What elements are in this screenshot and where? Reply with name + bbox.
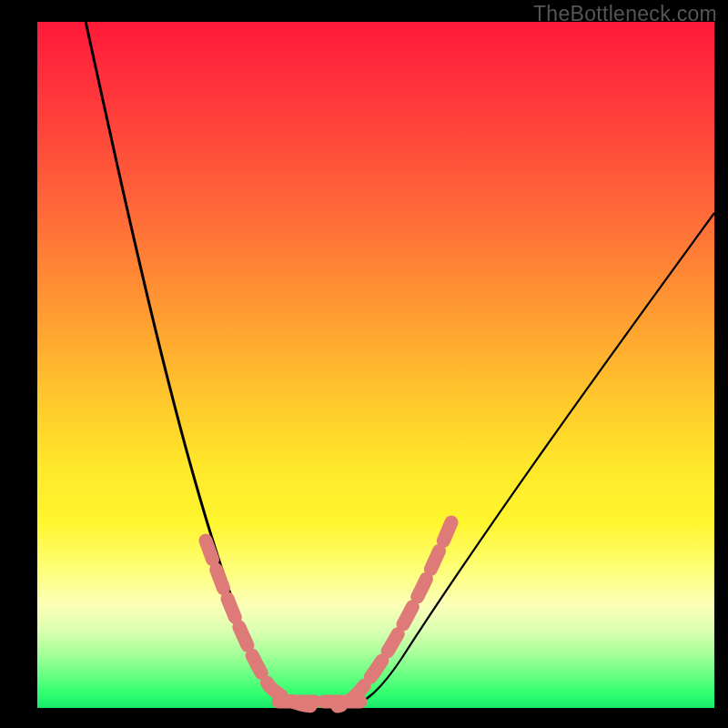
chart-frame: TheBottleneck.com <box>0 0 728 728</box>
curve-layer <box>37 22 714 708</box>
left-curve <box>84 13 310 706</box>
plot-area <box>37 22 714 708</box>
left-beads <box>206 541 319 706</box>
right-beads <box>338 522 451 706</box>
